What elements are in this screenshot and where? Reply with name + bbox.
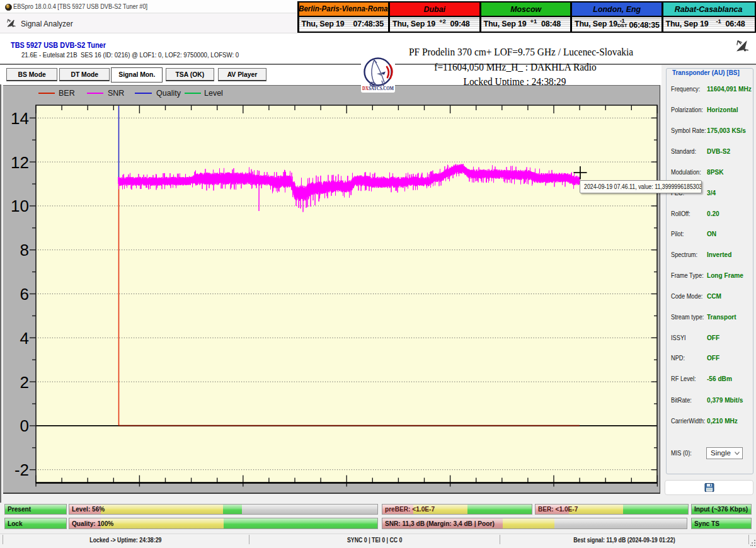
svg-text:10: 10	[11, 197, 29, 215]
svg-text:-2: -2	[14, 460, 29, 479]
svg-text:14: 14	[11, 109, 29, 128]
svg-text:6: 6	[20, 285, 29, 304]
svg-text:12: 12	[11, 153, 29, 172]
svg-text:DXSATCS.COM: DXSATCS.COM	[362, 85, 394, 91]
svg-text:0: 0	[20, 416, 29, 435]
svg-text:4: 4	[20, 329, 29, 348]
svg-text:8: 8	[20, 241, 29, 260]
svg-text:2: 2	[20, 373, 29, 392]
